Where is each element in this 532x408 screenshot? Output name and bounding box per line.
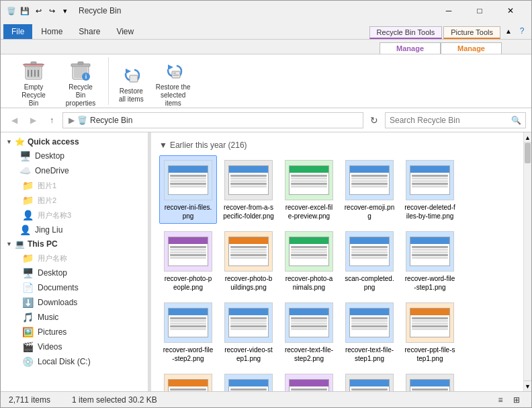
file-thumb-8[interactable]: recover-photo-animals.png — [280, 227, 338, 295]
tab-file[interactable]: File — [3, 24, 32, 39]
file-thumb-20[interactable]: recover-pdf-file-step1.png — [401, 369, 459, 391]
file-thumb-3[interactable]: recover-excel-file-preview.png — [280, 155, 338, 224]
scroll-down-btn[interactable]: ▼ — [524, 380, 531, 391]
sidebar-item-downloads[interactable]: ⬇️ Downloads — [1, 295, 148, 310]
sidebar-item-pictures[interactable]: 🖼️ Pictures — [1, 325, 148, 339]
recycle-properties-button[interactable]: i Recycle Binproperties — [58, 57, 103, 111]
file-thumb-10[interactable]: recover-word-file-step1.png — [401, 227, 459, 295]
sidebar-item-pc-desktop[interactable]: 🖥️ Desktop — [1, 266, 148, 280]
tab-recycle-tools[interactable]: Recycle Bin Tools — [369, 26, 443, 39]
sidebar-item-user2[interactable]: 📁 图片2 — [1, 193, 148, 208]
thumb-label-4: recover-emoji.png — [344, 203, 395, 220]
tab-manage-picture[interactable]: Manage — [441, 42, 502, 54]
file-thumb-15[interactable]: recover-ppt-file-step1.png — [401, 298, 459, 366]
file-thumb-1[interactable]: recover-ini-files.png — [159, 155, 217, 224]
address-path[interactable]: ▶ 🗑️ Recycle Bin — [62, 112, 363, 128]
refresh-button[interactable]: ↻ — [366, 112, 382, 128]
thumb-label-11: recover-word-file-step2.png — [163, 345, 214, 363]
tab-manage-recycle[interactable]: Manage — [380, 42, 441, 54]
sidebar-item-videos[interactable]: 🎬 Videos — [1, 339, 148, 354]
thumb-img-6 — [164, 231, 212, 272]
thumb-inner-1 — [168, 165, 208, 195]
path-separator: ▶ — [69, 116, 75, 125]
restore-selected-button[interactable]: Restore theselected items — [151, 57, 195, 111]
sidebar-item-userdir[interactable]: 📁 用户名称 — [1, 251, 148, 266]
restore-all-button[interactable]: Restoreall items — [114, 61, 148, 107]
tab-share[interactable]: Share — [71, 24, 107, 39]
redo-icon[interactable]: ↪ — [46, 5, 57, 16]
file-thumb-5[interactable]: recover-deleted-files-by-time.png — [401, 155, 459, 224]
ribbon-collapse-btn[interactable]: ▲ — [502, 23, 515, 39]
file-thumb-19[interactable]: recover-pdf-file-step2.png — [341, 369, 398, 391]
empty-bin-icon — [23, 60, 44, 82]
scrollbar[interactable]: ▲ ▼ — [523, 132, 531, 391]
save-icon[interactable]: 💾 — [19, 5, 30, 16]
thumb-img-1 — [164, 160, 212, 200]
restore-all-label: Restoreall items — [119, 87, 144, 104]
file-thumb-13[interactable]: recover-text-file-step2.png — [280, 298, 338, 366]
view-controls: ≡ ⊞ — [494, 393, 523, 407]
app-icon: 🗑️ — [6, 5, 17, 16]
file-thumb-12[interactable]: recover-video-step1.png — [220, 298, 277, 366]
file-thumb-9[interactable]: scan-completed.png — [341, 227, 398, 295]
sidebar-quick-access[interactable]: ▼ ⭐ Quick access — [1, 135, 148, 149]
file-thumb-7[interactable]: recover-photo-buildings.png — [220, 227, 277, 295]
section-header[interactable]: ▼ Earlier this year (216) — [159, 138, 515, 155]
down-arrow-icon[interactable]: ▾ — [60, 5, 71, 16]
thumb-img-9 — [345, 231, 394, 272]
userdir-label: 用户名称 — [38, 253, 67, 263]
thumb-window-5 — [410, 166, 449, 194]
thumb-window-17 — [229, 380, 268, 391]
svg-text:i: i — [85, 73, 87, 80]
manage-buttons: EmptyRecycle Bin i Recycle Binproperties — [11, 57, 103, 111]
scroll-up-btn[interactable]: ▲ — [524, 132, 531, 143]
search-box[interactable]: 🔍 — [385, 112, 526, 128]
sidebar-item-music[interactable]: 🎵 Music — [1, 310, 148, 325]
documents-icon: 📄 — [22, 282, 34, 293]
tab-home[interactable]: Home — [34, 24, 70, 39]
file-thumb-11[interactable]: recover-word-file-step2.png — [159, 298, 217, 366]
scroll-thumb[interactable] — [525, 143, 531, 163]
sidebar-item-documents[interactable]: 📄 Documents — [1, 280, 148, 295]
file-thumb-2[interactable]: recover-from-a-specific-folder.png — [220, 155, 277, 224]
sidebar-item-user3[interactable]: 👤 用户名称3 — [1, 208, 148, 222]
sidebar-item-localc[interactable]: 💿 Local Disk (C:) — [1, 354, 148, 369]
empty-recycle-bin-button[interactable]: EmptyRecycle Bin — [11, 57, 56, 111]
thumb-label-6: recover-photo-people.png — [163, 274, 214, 292]
file-thumb-6[interactable]: recover-photo-people.png — [159, 227, 217, 295]
sidebar-item-onedrive[interactable]: ☁️ OneDrive — [1, 163, 148, 178]
sidebar-thispc[interactable]: ▼ 💻 This PC — [1, 237, 148, 251]
thumb-img-15 — [406, 302, 454, 343]
file-thumb-4[interactable]: recover-emoji.png — [341, 155, 398, 224]
thumb-window-2 — [229, 166, 268, 194]
quick-access-chevron: ▼ — [6, 138, 12, 145]
large-icons-view-btn[interactable]: ⊞ — [510, 393, 523, 407]
scroll-track[interactable] — [524, 143, 531, 380]
thumb-inner-17 — [228, 379, 269, 391]
thumb-img-17 — [224, 374, 273, 391]
minimize-button[interactable]: ─ — [433, 1, 464, 21]
file-thumb-16[interactable]: recover-ppt-file-step2.png — [159, 369, 217, 391]
back-button[interactable]: ◀ — [6, 112, 22, 128]
search-input[interactable] — [390, 116, 511, 125]
tab-picture-tools[interactable]: Picture Tools — [443, 26, 500, 39]
up-button[interactable]: ↑ — [44, 112, 60, 128]
thumb-inner-9 — [349, 237, 390, 266]
thumb-label-15: recover-ppt-file-step1.png — [404, 345, 455, 363]
thumb-label-5: recover-deleted-files-by-time.png — [404, 203, 455, 220]
forward-button[interactable]: ▶ — [25, 112, 41, 128]
undo-icon[interactable]: ↩ — [33, 5, 44, 16]
maximize-button[interactable]: □ — [464, 1, 495, 21]
file-thumb-14[interactable]: recover-text-file-step1.png — [341, 298, 398, 366]
details-view-btn[interactable]: ≡ — [494, 393, 507, 407]
help-button[interactable]: ? — [515, 23, 529, 39]
file-thumb-17[interactable]: recover-data-step3 - Copy.png — [220, 369, 277, 391]
thispc-icon: 💻 — [15, 239, 25, 249]
tab-view[interactable]: View — [109, 24, 141, 39]
thumb-window-19 — [350, 380, 389, 391]
sidebar-item-jingliu[interactable]: 👤 Jing Liu — [1, 222, 148, 237]
sidebar-item-user1[interactable]: 📁 图片1 — [1, 178, 148, 193]
sidebar-item-desktop[interactable]: 🖥️ Desktop — [1, 149, 148, 163]
file-thumb-18[interactable]: recover-photo-step1.png — [280, 369, 338, 391]
close-button[interactable]: ✕ — [495, 1, 526, 21]
